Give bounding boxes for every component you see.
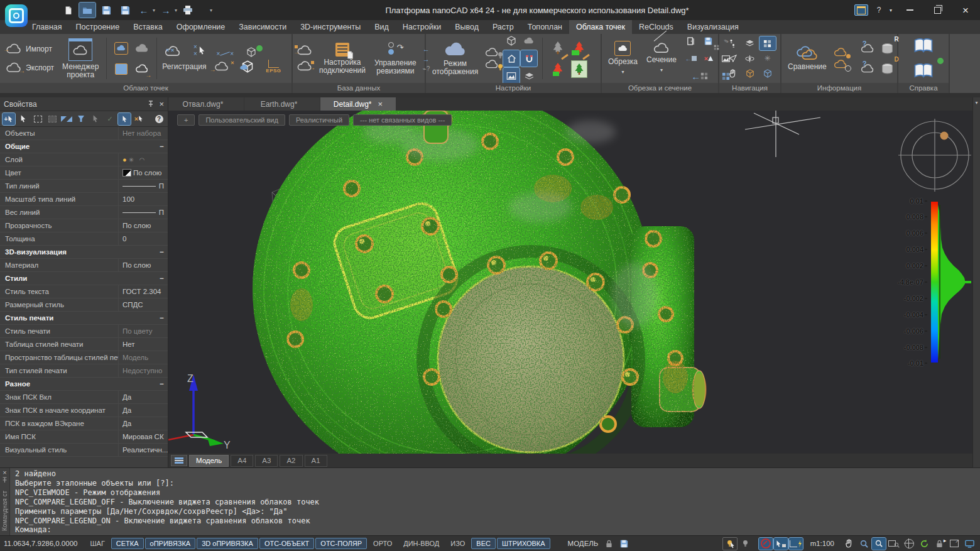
menu-tab[interactable]: Главная	[25, 20, 69, 34]
swivel-mode-icon[interactable]: ✳	[760, 52, 776, 65]
minimize-button[interactable]	[896, 1, 923, 19]
command-line-panel[interactable]: × Командная ст 2 найденоВыберите эталонн…	[0, 467, 980, 536]
viewport-control-button[interactable]: Пользовательский вид	[199, 114, 285, 126]
measure-points-icon[interactable]: ××	[215, 50, 235, 57]
zoom-icon[interactable]	[857, 538, 871, 550]
save-state-icon[interactable]	[617, 538, 631, 550]
transform-cloud-icon[interactable]: →×	[211, 62, 232, 72]
document-tab[interactable]: Отвал.dwg*	[168, 97, 244, 111]
viewport-control-button[interactable]: +	[177, 114, 195, 126]
extract-cloud-icon[interactable]: →	[133, 60, 151, 79]
dynamic-ucs-icon[interactable]	[789, 538, 803, 550]
property-row[interactable]: Материал По слою	[0, 259, 168, 272]
elevation-tree-icon[interactable]	[548, 59, 568, 79]
property-row[interactable]: Визуальный стиль Реалистичн...	[0, 444, 168, 457]
pickbox-cursor-icon[interactable]	[774, 538, 788, 550]
layout-tab[interactable]: Модель	[189, 455, 229, 467]
apply-selection-icon[interactable]: ✓	[104, 113, 116, 125]
property-row[interactable]: Слой	[0, 153, 168, 166]
property-row[interactable]: ПСК в каждом ВЭкране Да	[0, 417, 168, 430]
clean-screen-icon[interactable]: ↗	[947, 538, 961, 550]
menu-tab[interactable]: Топоплан	[521, 20, 569, 34]
save-button[interactable]	[98, 3, 114, 18]
save-as-button[interactable]	[117, 3, 133, 18]
cloud-to-db-icon[interactable]: →	[297, 45, 313, 56]
property-row[interactable]: Тип стилей печати Недоступно	[0, 364, 168, 378]
help-button[interactable]: ?	[872, 1, 886, 19]
viewport-control-button[interactable]: --- нет связанных видов ---	[353, 114, 452, 126]
layout-tab[interactable]: A4	[231, 455, 253, 467]
status-toggle[interactable]: ОТС-ОБЪЕКТ	[259, 538, 314, 549]
print-button[interactable]	[180, 3, 196, 18]
document-tab[interactable]: Detail.dwg* ×	[320, 97, 396, 111]
orbit-icon[interactable]	[902, 538, 916, 550]
select-similar-icon[interactable]	[118, 113, 131, 125]
viewport-control-button[interactable]: Реалистичный	[289, 114, 349, 126]
lock-ui-icon[interactable]: ▸	[932, 538, 946, 550]
status-toggle[interactable]: ОРТО	[368, 538, 397, 549]
project-manager-button[interactable]: Менеджер проекта	[60, 37, 101, 80]
view-mode-button[interactable]: Режим отображения	[430, 40, 481, 77]
help-book-icon[interactable]	[902, 35, 945, 57]
property-row[interactable]: Разное −	[0, 378, 168, 391]
menu-tab[interactable]: Вставка	[126, 20, 169, 34]
orientation-widget[interactable]	[898, 119, 971, 192]
property-row[interactable]: Имя ПСК Мировая СК	[0, 430, 168, 444]
scan-positions-icon[interactable]	[503, 50, 520, 67]
property-row[interactable]: Стиль печати −	[0, 312, 168, 325]
help-caret-icon[interactable]: ▾	[886, 1, 896, 19]
delete-crop-icon[interactable]: ×	[700, 50, 717, 67]
layout-list-icon[interactable]	[171, 455, 187, 466]
command-history[interactable]: 2 найденоВыберите эталонные объекты или …	[10, 468, 980, 536]
colorize-elevation-tree-icon[interactable]	[569, 38, 589, 58]
status-toggle[interactable]: 3D оПРИВЯЗКА	[197, 538, 258, 549]
viewport-lock-icon[interactable]	[602, 538, 616, 550]
property-row[interactable]: Таблица стилей печати Нет	[0, 338, 168, 351]
menu-tab[interactable]: Настройки	[396, 20, 448, 34]
db-info-d-icon[interactable]: D	[878, 59, 897, 78]
surface-mode-icon[interactable]	[742, 36, 758, 50]
menu-tab[interactable]: Оформление	[170, 20, 232, 34]
property-row[interactable]: Знак ПСК Вкл Да	[0, 391, 168, 404]
colorize-gray-tree-icon[interactable]	[548, 38, 568, 58]
crop-inside-icon[interactable]	[683, 33, 699, 49]
db-to-cloud-icon[interactable]: →	[297, 61, 313, 72]
dense-cloud-icon[interactable]	[133, 39, 151, 58]
filter-icon[interactable]	[75, 113, 87, 125]
close-button[interactable]: ×	[951, 1, 980, 19]
menu-tab[interactable]: Визуализация	[680, 20, 746, 34]
menu-tab[interactable]: Вывод	[448, 20, 486, 34]
panorama-icon[interactable]	[503, 68, 520, 84]
clip-box-icon[interactable]	[112, 60, 131, 79]
model-space-indicator[interactable]: МОДЕЛЬ	[568, 540, 599, 547]
hide-objects-icon[interactable]	[739, 538, 753, 550]
register-clouds-icon[interactable]: × ×	[162, 46, 183, 57]
cloud-circle-diff-icon[interactable]	[833, 60, 848, 69]
connection-settings-button[interactable]: Настройка подключений	[317, 41, 368, 76]
save-crops-icon[interactable]	[700, 33, 717, 49]
true-color-tree-icon[interactable]	[569, 59, 589, 79]
fullscreen-monitor-icon[interactable]	[962, 538, 976, 550]
status-toggle[interactable]: ШТРИХОВКА	[497, 538, 550, 549]
property-row[interactable]: Цвет По слою	[0, 166, 168, 180]
compare-clouds-button[interactable]: Сравнение	[785, 45, 829, 72]
property-row[interactable]: Стили −	[0, 272, 168, 285]
property-row[interactable]: 3D-визуализация −	[0, 246, 168, 259]
status-toggle[interactable]: ДИН-ВВОД	[398, 538, 444, 549]
close-command-panel-icon[interactable]: ×	[3, 469, 6, 476]
expand-strip-caret-icon[interactable]: ▾	[975, 100, 977, 467]
close-panel-icon[interactable]: ×	[159, 99, 164, 109]
layout-tab[interactable]: A2	[280, 455, 302, 467]
collapsed-panel-strip[interactable]: ▾	[972, 97, 980, 467]
close-tab-icon[interactable]: ×	[378, 99, 383, 109]
pan-mode-icon[interactable]	[724, 67, 741, 80]
zoom-object-icon[interactable]	[887, 538, 901, 550]
cloud-lamp-on-icon[interactable]	[484, 60, 499, 69]
property-row[interactable]: Тип линий П	[0, 180, 168, 193]
cloud-info-icon[interactable]: ?	[858, 39, 877, 58]
layers-icon[interactable]	[521, 68, 537, 84]
menu-tab[interactable]: Растр	[486, 20, 521, 34]
viewport-canvas[interactable]: +Пользовательский видРеалистичный--- нет…	[168, 111, 972, 454]
revision-management-button[interactable]: ↷ Управление ревизиями	[372, 41, 419, 77]
restore-crop-icon[interactable]: ←	[683, 50, 699, 67]
